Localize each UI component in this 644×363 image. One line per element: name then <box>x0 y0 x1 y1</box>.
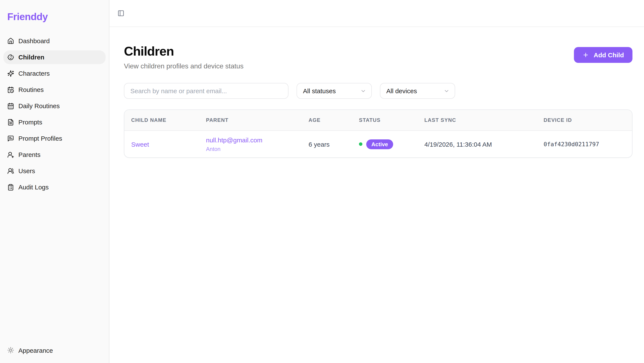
last-sync-cell: 4/19/2026, 11:36:04 AM <box>418 131 537 158</box>
sidebar-footer: Appearance <box>4 343 106 357</box>
sidebar-item-label: Users <box>18 167 35 174</box>
sidebar-item-routines[interactable]: Routines <box>4 83 106 96</box>
sidebar-item-label: Prompt Profiles <box>18 135 62 142</box>
sidebar-item-dashboard[interactable]: Dashboard <box>4 34 106 48</box>
sidebar-item-prompt-profiles[interactable]: Prompt Profiles <box>4 132 106 145</box>
status-badge: Active <box>366 139 393 149</box>
clipboard-list-icon <box>7 184 14 190</box>
page-header: Children View children profiles and devi… <box>124 44 632 71</box>
app-logo: Frienddy <box>4 11 106 23</box>
parent-email-link[interactable]: null.htp@gmail.com <box>206 136 302 145</box>
sidebar: Frienddy Dashboard Children Characters <box>0 0 110 363</box>
column-header-device-id: DEVICE ID <box>537 110 632 131</box>
sparkles-icon <box>7 70 14 77</box>
page-subtitle: View children profiles and device status <box>124 62 244 71</box>
baby-icon <box>7 54 14 61</box>
page-header-text: Children View children profiles and devi… <box>124 44 244 71</box>
sidebar-item-label: Appearance <box>18 346 53 354</box>
column-header-child-name: CHILD NAME <box>124 110 199 131</box>
sun-icon <box>7 347 14 353</box>
message-square-text-icon <box>7 135 14 142</box>
sidebar-item-appearance[interactable]: Appearance <box>4 343 106 357</box>
device-id-cell: 0faf4230d0211797 <box>537 131 632 158</box>
children-table: CHILD NAME PARENT AGE STATUS LAST SYNC D… <box>124 110 632 158</box>
status-wrap: Active <box>359 139 418 149</box>
sidebar-nav: Dashboard Children Characters Routines <box>4 34 106 194</box>
age-cell: 6 years <box>302 131 352 158</box>
page-title: Children <box>124 44 244 59</box>
status-filter-select[interactable]: All statuses <box>296 83 372 99</box>
topbar <box>110 0 644 27</box>
status-cell: Active <box>352 131 418 158</box>
sidebar-item-audit-logs[interactable]: Audit Logs <box>4 180 106 194</box>
sidebar-item-label: Dashboard <box>18 37 50 45</box>
parent-name: Anton <box>206 146 302 152</box>
sidebar-toggle-button[interactable] <box>118 10 124 17</box>
app-window: Frienddy Dashboard Children Characters <box>0 0 644 363</box>
column-header-status: STATUS <box>352 110 418 131</box>
sidebar-item-label: Audit Logs <box>18 183 49 191</box>
filters-bar: All statuses All devices <box>124 83 632 99</box>
parent-cell: null.htp@gmail.com Anton <box>199 131 302 158</box>
sidebar-item-label: Routines <box>18 86 44 93</box>
sidebar-item-label: Parents <box>18 151 40 158</box>
table-header-row: CHILD NAME PARENT AGE STATUS LAST SYNC D… <box>124 110 632 131</box>
users-icon <box>7 167 14 174</box>
status-dot <box>359 143 362 146</box>
house-icon <box>7 38 14 44</box>
add-child-button[interactable]: Add Child <box>574 47 632 63</box>
child-name-link[interactable]: Sweet <box>131 141 149 148</box>
search-input[interactable] <box>124 83 288 99</box>
sidebar-item-label: Prompts <box>18 118 42 126</box>
user-plus-icon <box>7 151 14 158</box>
status-filter-value: All statuses <box>303 88 336 95</box>
main-area: Children View children profiles and devi… <box>110 0 644 363</box>
sidebar-item-label: Characters <box>18 70 50 77</box>
panel-left-icon <box>118 10 124 17</box>
calendar-days-icon <box>7 102 14 109</box>
calendar-clock-icon <box>7 86 14 93</box>
sidebar-item-users[interactable]: Users <box>4 164 106 178</box>
sidebar-item-characters[interactable]: Characters <box>4 67 106 80</box>
plus-icon <box>582 52 589 58</box>
device-filter-value: All devices <box>386 88 417 95</box>
sidebar-item-parents[interactable]: Parents <box>4 148 106 161</box>
children-table-card: CHILD NAME PARENT AGE STATUS LAST SYNC D… <box>124 110 632 158</box>
sidebar-item-children[interactable]: Children <box>4 50 106 64</box>
table-row: Sweet null.htp@gmail.com Anton 6 years A <box>124 131 632 158</box>
child-name-cell: Sweet <box>124 131 199 158</box>
column-header-age: AGE <box>302 110 352 131</box>
device-filter-select[interactable]: All devices <box>380 83 455 99</box>
sidebar-item-prompts[interactable]: Prompts <box>4 115 106 129</box>
file-text-icon <box>7 119 14 126</box>
chevron-down-icon <box>360 88 366 94</box>
column-header-last-sync: LAST SYNC <box>418 110 537 131</box>
sidebar-item-daily-routines[interactable]: Daily Routines <box>4 99 106 113</box>
page-content: Children View children profiles and devi… <box>110 27 644 158</box>
sidebar-item-label: Children <box>18 54 44 61</box>
chevron-down-icon <box>444 88 450 94</box>
add-child-button-label: Add Child <box>594 51 624 59</box>
column-header-parent: PARENT <box>199 110 302 131</box>
sidebar-item-label: Daily Routines <box>18 102 60 110</box>
